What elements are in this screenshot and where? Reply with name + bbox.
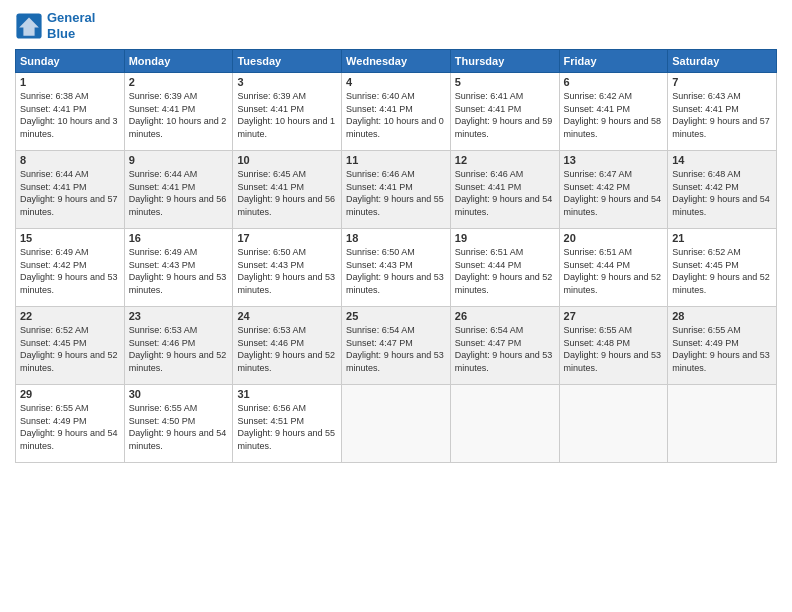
day-info: Sunrise: 6:48 AM Sunset: 4:42 PM Dayligh…: [672, 168, 772, 218]
day-number: 14: [672, 154, 772, 166]
calendar-cell: 25 Sunrise: 6:54 AM Sunset: 4:47 PM Dayl…: [342, 307, 451, 385]
day-header-friday: Friday: [559, 50, 668, 73]
calendar-cell: 8 Sunrise: 6:44 AM Sunset: 4:41 PM Dayli…: [16, 151, 125, 229]
day-number: 9: [129, 154, 229, 166]
day-number: 19: [455, 232, 555, 244]
day-info: Sunrise: 6:51 AM Sunset: 4:44 PM Dayligh…: [455, 246, 555, 296]
day-header-wednesday: Wednesday: [342, 50, 451, 73]
day-number: 25: [346, 310, 446, 322]
calendar-cell: 9 Sunrise: 6:44 AM Sunset: 4:41 PM Dayli…: [124, 151, 233, 229]
day-number: 3: [237, 76, 337, 88]
day-number: 31: [237, 388, 337, 400]
day-number: 2: [129, 76, 229, 88]
day-info: Sunrise: 6:46 AM Sunset: 4:41 PM Dayligh…: [455, 168, 555, 218]
day-header-saturday: Saturday: [668, 50, 777, 73]
day-info: Sunrise: 6:50 AM Sunset: 4:43 PM Dayligh…: [237, 246, 337, 296]
day-info: Sunrise: 6:45 AM Sunset: 4:41 PM Dayligh…: [237, 168, 337, 218]
day-info: Sunrise: 6:55 AM Sunset: 4:49 PM Dayligh…: [20, 402, 120, 452]
day-info: Sunrise: 6:53 AM Sunset: 4:46 PM Dayligh…: [129, 324, 229, 374]
day-number: 22: [20, 310, 120, 322]
day-info: Sunrise: 6:44 AM Sunset: 4:41 PM Dayligh…: [129, 168, 229, 218]
calendar-cell: 30 Sunrise: 6:55 AM Sunset: 4:50 PM Dayl…: [124, 385, 233, 463]
day-number: 10: [237, 154, 337, 166]
day-header-tuesday: Tuesday: [233, 50, 342, 73]
calendar-page: General Blue SundayMondayTuesdayWednesda…: [0, 0, 792, 612]
day-info: Sunrise: 6:41 AM Sunset: 4:41 PM Dayligh…: [455, 90, 555, 140]
logo-text: General Blue: [47, 10, 95, 41]
day-info: Sunrise: 6:55 AM Sunset: 4:48 PM Dayligh…: [564, 324, 664, 374]
day-number: 7: [672, 76, 772, 88]
calendar-cell: 6 Sunrise: 6:42 AM Sunset: 4:41 PM Dayli…: [559, 73, 668, 151]
day-number: 26: [455, 310, 555, 322]
day-info: Sunrise: 6:40 AM Sunset: 4:41 PM Dayligh…: [346, 90, 446, 140]
day-info: Sunrise: 6:52 AM Sunset: 4:45 PM Dayligh…: [20, 324, 120, 374]
day-info: Sunrise: 6:54 AM Sunset: 4:47 PM Dayligh…: [346, 324, 446, 374]
day-number: 28: [672, 310, 772, 322]
calendar-cell: 5 Sunrise: 6:41 AM Sunset: 4:41 PM Dayli…: [450, 73, 559, 151]
logo: General Blue: [15, 10, 95, 41]
calendar-cell: 27 Sunrise: 6:55 AM Sunset: 4:48 PM Dayl…: [559, 307, 668, 385]
calendar-cell: 31 Sunrise: 6:56 AM Sunset: 4:51 PM Dayl…: [233, 385, 342, 463]
day-number: 11: [346, 154, 446, 166]
calendar-cell: [559, 385, 668, 463]
day-info: Sunrise: 6:49 AM Sunset: 4:42 PM Dayligh…: [20, 246, 120, 296]
calendar-table: SundayMondayTuesdayWednesdayThursdayFrid…: [15, 49, 777, 463]
calendar-cell: 10 Sunrise: 6:45 AM Sunset: 4:41 PM Dayl…: [233, 151, 342, 229]
day-info: Sunrise: 6:55 AM Sunset: 4:50 PM Dayligh…: [129, 402, 229, 452]
header: General Blue: [15, 10, 777, 41]
calendar-cell: 29 Sunrise: 6:55 AM Sunset: 4:49 PM Dayl…: [16, 385, 125, 463]
calendar-cell: 4 Sunrise: 6:40 AM Sunset: 4:41 PM Dayli…: [342, 73, 451, 151]
calendar-cell: 15 Sunrise: 6:49 AM Sunset: 4:42 PM Dayl…: [16, 229, 125, 307]
day-info: Sunrise: 6:50 AM Sunset: 4:43 PM Dayligh…: [346, 246, 446, 296]
day-info: Sunrise: 6:56 AM Sunset: 4:51 PM Dayligh…: [237, 402, 337, 452]
day-number: 30: [129, 388, 229, 400]
day-number: 5: [455, 76, 555, 88]
day-header-sunday: Sunday: [16, 50, 125, 73]
day-info: Sunrise: 6:53 AM Sunset: 4:46 PM Dayligh…: [237, 324, 337, 374]
day-number: 12: [455, 154, 555, 166]
day-number: 20: [564, 232, 664, 244]
day-number: 13: [564, 154, 664, 166]
day-info: Sunrise: 6:49 AM Sunset: 4:43 PM Dayligh…: [129, 246, 229, 296]
day-info: Sunrise: 6:44 AM Sunset: 4:41 PM Dayligh…: [20, 168, 120, 218]
day-info: Sunrise: 6:55 AM Sunset: 4:49 PM Dayligh…: [672, 324, 772, 374]
day-number: 23: [129, 310, 229, 322]
day-info: Sunrise: 6:52 AM Sunset: 4:45 PM Dayligh…: [672, 246, 772, 296]
day-header-thursday: Thursday: [450, 50, 559, 73]
calendar-cell: 23 Sunrise: 6:53 AM Sunset: 4:46 PM Dayl…: [124, 307, 233, 385]
day-info: Sunrise: 6:47 AM Sunset: 4:42 PM Dayligh…: [564, 168, 664, 218]
day-number: 24: [237, 310, 337, 322]
calendar-cell: 21 Sunrise: 6:52 AM Sunset: 4:45 PM Dayl…: [668, 229, 777, 307]
calendar-cell: 26 Sunrise: 6:54 AM Sunset: 4:47 PM Dayl…: [450, 307, 559, 385]
day-info: Sunrise: 6:51 AM Sunset: 4:44 PM Dayligh…: [564, 246, 664, 296]
calendar-cell: 24 Sunrise: 6:53 AM Sunset: 4:46 PM Dayl…: [233, 307, 342, 385]
logo-icon: [15, 12, 43, 40]
day-number: 29: [20, 388, 120, 400]
day-number: 21: [672, 232, 772, 244]
calendar-cell: 16 Sunrise: 6:49 AM Sunset: 4:43 PM Dayl…: [124, 229, 233, 307]
day-info: Sunrise: 6:39 AM Sunset: 4:41 PM Dayligh…: [129, 90, 229, 140]
day-info: Sunrise: 6:54 AM Sunset: 4:47 PM Dayligh…: [455, 324, 555, 374]
calendar-cell: 13 Sunrise: 6:47 AM Sunset: 4:42 PM Dayl…: [559, 151, 668, 229]
day-number: 4: [346, 76, 446, 88]
calendar-cell: 17 Sunrise: 6:50 AM Sunset: 4:43 PM Dayl…: [233, 229, 342, 307]
calendar-cell: 19 Sunrise: 6:51 AM Sunset: 4:44 PM Dayl…: [450, 229, 559, 307]
calendar-cell: [450, 385, 559, 463]
day-info: Sunrise: 6:43 AM Sunset: 4:41 PM Dayligh…: [672, 90, 772, 140]
calendar-cell: 2 Sunrise: 6:39 AM Sunset: 4:41 PM Dayli…: [124, 73, 233, 151]
day-number: 8: [20, 154, 120, 166]
calendar-cell: 18 Sunrise: 6:50 AM Sunset: 4:43 PM Dayl…: [342, 229, 451, 307]
calendar-cell: 3 Sunrise: 6:39 AM Sunset: 4:41 PM Dayli…: [233, 73, 342, 151]
day-number: 15: [20, 232, 120, 244]
calendar-cell: 22 Sunrise: 6:52 AM Sunset: 4:45 PM Dayl…: [16, 307, 125, 385]
calendar-cell: [668, 385, 777, 463]
day-number: 18: [346, 232, 446, 244]
calendar-cell: 14 Sunrise: 6:48 AM Sunset: 4:42 PM Dayl…: [668, 151, 777, 229]
day-info: Sunrise: 6:38 AM Sunset: 4:41 PM Dayligh…: [20, 90, 120, 140]
calendar-cell: 20 Sunrise: 6:51 AM Sunset: 4:44 PM Dayl…: [559, 229, 668, 307]
calendar-cell: 7 Sunrise: 6:43 AM Sunset: 4:41 PM Dayli…: [668, 73, 777, 151]
day-number: 27: [564, 310, 664, 322]
calendar-cell: [342, 385, 451, 463]
calendar-cell: 11 Sunrise: 6:46 AM Sunset: 4:41 PM Dayl…: [342, 151, 451, 229]
day-number: 17: [237, 232, 337, 244]
